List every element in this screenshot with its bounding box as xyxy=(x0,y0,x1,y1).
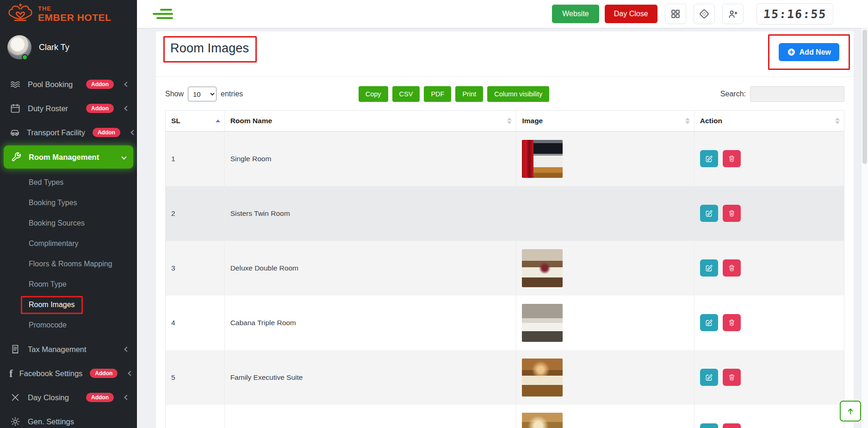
sidebar-item-label: Duty Roster xyxy=(28,104,68,113)
entries-label: entries xyxy=(221,90,243,98)
submenu-item-booking-sources[interactable]: Booking Sources xyxy=(0,213,137,233)
sidebar: THE EMBER HOTEL Clark Ty Pool Booking Ad… xyxy=(0,0,137,428)
trash-icon xyxy=(728,155,736,163)
column-visibility-button[interactable]: Column visibility xyxy=(487,86,549,102)
copy-button[interactable]: Copy xyxy=(359,86,388,102)
scroll-to-top-button[interactable] xyxy=(840,401,861,422)
column-header-action[interactable]: Action xyxy=(694,111,844,132)
vertical-scrollbar[interactable] xyxy=(861,28,868,428)
submenu-item-complimentary[interactable]: Complimentary xyxy=(0,233,137,254)
addon-badge: Addon xyxy=(86,80,114,89)
csv-button[interactable]: CSV xyxy=(392,86,420,102)
row-actions xyxy=(700,369,838,386)
cell-room-name: Family Executive Suite xyxy=(224,350,516,405)
page-length-control: Show 10 entries xyxy=(165,87,243,101)
row-actions xyxy=(700,150,838,167)
addon-badge: Addon xyxy=(90,369,118,378)
edit-button[interactable] xyxy=(700,150,718,167)
print-button[interactable]: Print xyxy=(455,86,483,102)
chevron-left-icon xyxy=(130,130,136,135)
edit-pencil-icon xyxy=(705,264,713,272)
search-input[interactable] xyxy=(750,86,844,102)
submenu-item-promocode[interactable]: Promocode xyxy=(0,315,137,335)
submenu-item-room-type[interactable]: Room Type xyxy=(0,274,137,295)
sort-asc-icon xyxy=(216,120,220,122)
sidebar-item-pool-booking[interactable]: Pool Booking Addon xyxy=(0,72,137,96)
page-length-select[interactable]: 10 xyxy=(188,87,217,101)
page-content: Room Images Add New Show xyxy=(137,28,868,428)
room-image-thumbnail[interactable] xyxy=(522,140,563,178)
cell-room-name: Presidential Suite xyxy=(224,405,516,428)
submenu-label: Room Images xyxy=(29,301,75,308)
delete-button[interactable] xyxy=(723,150,741,167)
delete-button[interactable] xyxy=(723,259,741,277)
apps-grid-icon[interactable] xyxy=(665,4,686,24)
room-image-thumbnail[interactable] xyxy=(522,413,563,428)
edit-button[interactable] xyxy=(700,369,718,386)
cell-sl: 2 xyxy=(166,186,225,241)
user-profile[interactable]: Clark Ty xyxy=(0,27,137,67)
room-image-thumbnail[interactable] xyxy=(522,304,563,342)
delete-button[interactable] xyxy=(723,369,741,386)
sidebar-item-day-closing[interactable]: Day Closing Addon xyxy=(0,385,137,409)
room-image-thumbnail[interactable] xyxy=(522,195,563,233)
column-header-sl[interactable]: SL xyxy=(166,111,225,132)
column-label: Room Name xyxy=(230,117,272,125)
pdf-button[interactable]: PDF xyxy=(424,86,451,102)
delete-button[interactable] xyxy=(723,205,741,222)
edit-button[interactable] xyxy=(700,423,718,428)
cell-room-name: Sisters Twin Room xyxy=(224,186,516,241)
delete-button[interactable] xyxy=(723,314,741,331)
person-plus-icon[interactable] xyxy=(722,4,744,24)
sidebar-toggle-hamburger-icon[interactable] xyxy=(153,7,175,21)
edit-pencil-icon xyxy=(705,209,713,218)
diamond-arrows-icon[interactable] xyxy=(694,4,715,24)
x-icon xyxy=(9,392,21,403)
sidebar-item-room-management[interactable]: Room Management xyxy=(4,145,133,169)
submenu-item-floors-rooms-mapping[interactable]: Floors & Rooms Mapping xyxy=(0,254,137,274)
row-actions xyxy=(700,423,838,428)
row-actions xyxy=(700,259,838,277)
day-close-button[interactable]: Day Close xyxy=(605,5,657,23)
edit-button[interactable] xyxy=(700,314,718,331)
online-status-dot xyxy=(22,54,28,60)
edit-button[interactable] xyxy=(700,205,718,222)
arrow-up-icon xyxy=(846,407,855,416)
room-image-thumbnail[interactable] xyxy=(522,249,563,287)
topbar: Website Day Close 15:16:55 xyxy=(137,0,868,28)
car-icon xyxy=(9,127,20,138)
sidebar-item-facebook-settings[interactable]: f Facebook Settings Addon xyxy=(0,361,137,385)
submenu-item-booking-types[interactable]: Booking Types xyxy=(0,193,137,213)
submenu-item-room-images[interactable]: Room Images xyxy=(0,295,137,315)
sort-both-icon xyxy=(507,118,512,124)
receipt-icon xyxy=(9,344,21,355)
room-images-card: Room Images Add New Show xyxy=(156,31,854,428)
chevron-left-icon xyxy=(124,82,129,87)
addon-badge: Addon xyxy=(86,104,114,113)
sidebar-item-tax-management[interactable]: Tax Management xyxy=(0,337,137,361)
brand-logo[interactable]: THE EMBER HOTEL xyxy=(0,0,137,27)
column-label: Image xyxy=(522,117,543,125)
delete-button[interactable] xyxy=(723,423,741,428)
edit-button[interactable] xyxy=(700,259,718,277)
scrollbar-thumb[interactable] xyxy=(862,30,867,164)
room-image-thumbnail[interactable] xyxy=(522,359,563,397)
edit-pencil-icon xyxy=(705,155,713,163)
sidebar-item-transport-facility[interactable]: Transport Facility Addon xyxy=(0,120,137,145)
submenu-label: Booking Sources xyxy=(29,219,85,227)
table-row: 1 Single Room xyxy=(166,132,844,186)
chevron-left-icon xyxy=(124,395,129,400)
column-header-room-name[interactable]: Room Name xyxy=(224,111,516,132)
sidebar-item-gen-settings[interactable]: Gen. Settings xyxy=(0,409,137,428)
add-new-button[interactable]: Add New xyxy=(779,43,839,61)
sidebar-item-duty-roster[interactable]: Duty Roster Addon xyxy=(0,96,137,120)
annotation-box-add-new: Add New xyxy=(768,34,850,70)
wrench-icon xyxy=(10,152,22,162)
cell-sl: 3 xyxy=(166,241,225,296)
sidebar-item-label: Day Closing xyxy=(28,393,69,402)
submenu-item-bed-types[interactable]: Bed Types xyxy=(0,172,137,193)
main-area: Website Day Close 15:16:55 xyxy=(137,0,868,428)
addon-badge: Addon xyxy=(93,128,120,137)
website-button[interactable]: Website xyxy=(552,5,599,23)
column-header-image[interactable]: Image xyxy=(516,111,694,132)
